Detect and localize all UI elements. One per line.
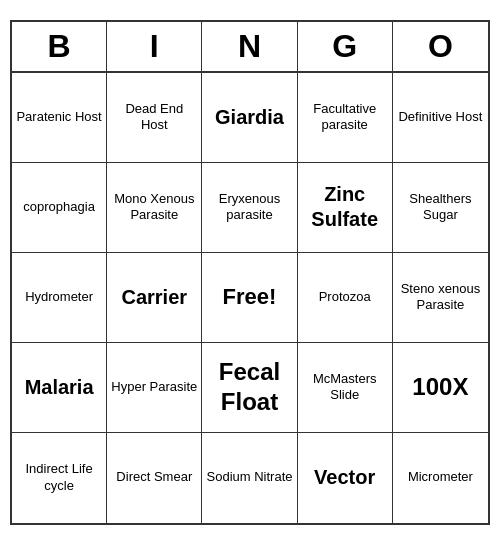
cell-r1-c4: Shealthers Sugar xyxy=(393,163,488,253)
cell-r2-c3: Protozoa xyxy=(298,253,393,343)
cell-r3-c4: 100X xyxy=(393,343,488,433)
cell-r0-c1: Dead End Host xyxy=(107,73,202,163)
cell-r4-c1: Direct Smear xyxy=(107,433,202,523)
cell-r3-c0: Malaria xyxy=(12,343,107,433)
cell-r1-c2: Eryxenous parasite xyxy=(202,163,297,253)
cell-r2-c4: Steno xenous Parasite xyxy=(393,253,488,343)
cell-r4-c4: Micrometer xyxy=(393,433,488,523)
cell-r2-c0: Hydrometer xyxy=(12,253,107,343)
header-letter-g: G xyxy=(298,22,393,71)
header-letter-i: I xyxy=(107,22,202,71)
cell-r3-c3: McMasters Slide xyxy=(298,343,393,433)
bingo-grid: Paratenic HostDead End HostGiardiaFacult… xyxy=(12,73,488,523)
header-letter-o: O xyxy=(393,22,488,71)
cell-r3-c2: Fecal Float xyxy=(202,343,297,433)
cell-r2-c2: Free! xyxy=(202,253,297,343)
cell-r1-c0: coprophagia xyxy=(12,163,107,253)
cell-r0-c4: Definitive Host xyxy=(393,73,488,163)
header-letter-b: B xyxy=(12,22,107,71)
cell-r0-c0: Paratenic Host xyxy=(12,73,107,163)
bingo-header: BINGO xyxy=(12,22,488,73)
cell-r0-c3: Facultative parasite xyxy=(298,73,393,163)
cell-r1-c3: Zinc Sulfate xyxy=(298,163,393,253)
header-letter-n: N xyxy=(202,22,297,71)
cell-r4-c3: Vector xyxy=(298,433,393,523)
cell-r0-c2: Giardia xyxy=(202,73,297,163)
cell-r4-c2: Sodium Nitrate xyxy=(202,433,297,523)
cell-r4-c0: Indirect Life cycle xyxy=(12,433,107,523)
cell-r3-c1: Hyper Parasite xyxy=(107,343,202,433)
cell-r1-c1: Mono Xenous Parasite xyxy=(107,163,202,253)
bingo-card: BINGO Paratenic HostDead End HostGiardia… xyxy=(10,20,490,525)
cell-r2-c1: Carrier xyxy=(107,253,202,343)
